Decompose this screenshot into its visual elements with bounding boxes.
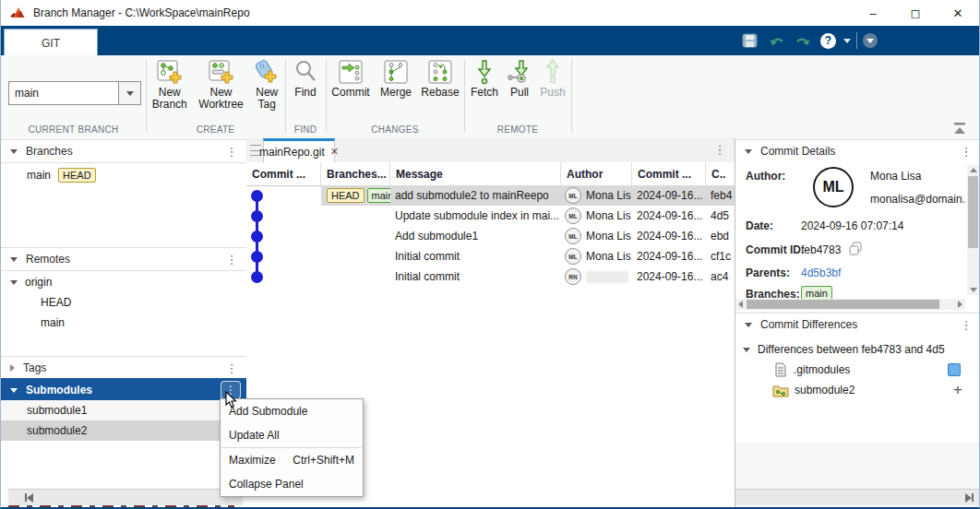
push-button[interactable]: Push <box>537 59 568 99</box>
parent-commit-link[interactable]: 4d5b3bf <box>801 266 841 279</box>
commit-row[interactable]: Update submodule index in mai... ML Mona… <box>246 206 735 226</box>
new-worktree-button[interactable]: New Worktree <box>194 59 249 111</box>
tab-mainrepo-git[interactable]: mainRepo.git ✕ <box>263 138 335 162</box>
scroll-to-start-icon[interactable] <box>25 493 33 503</box>
new-branch-icon <box>156 59 184 85</box>
current-branch-combo[interactable]: main <box>8 81 141 105</box>
collapse-triangle-icon[interactable] <box>10 149 18 154</box>
menu-item-collapse-panel[interactable]: Collapse Panel <box>221 472 363 496</box>
commit-button[interactable]: Commit <box>329 59 373 99</box>
toolstrip-options-icon[interactable] <box>863 33 878 48</box>
help-dropdown-caret-icon[interactable] <box>843 39 851 43</box>
commit-details-menu-icon[interactable]: ⋮ <box>959 145 974 159</box>
right-panel-hscrollbar[interactable] <box>735 489 980 505</box>
branches-menu-icon[interactable]: ⋮ <box>224 145 239 159</box>
section-label: REMOTE <box>464 124 571 135</box>
fetch-button[interactable]: Fetch <box>467 59 502 99</box>
remotes-menu-icon[interactable]: ⋮ <box>224 253 239 266</box>
col-commit-id[interactable]: C.. <box>706 162 735 185</box>
commit-table-header: Commit ... Branches... Message Author Co… <box>246 162 735 186</box>
badge-main: main <box>367 188 390 203</box>
undo-icon[interactable] <box>769 34 785 48</box>
branches-section-header[interactable]: Branches ⋮ <box>1 139 246 163</box>
titlebar: Branch Manager - C:\WorkSpace\mainRepo –… <box>1 0 979 26</box>
differences-group-row[interactable]: Differences between feb4783 and 4d5 <box>735 339 980 360</box>
scroll-right-icon[interactable] <box>958 301 962 308</box>
col-commit-graph[interactable]: Commit ... <box>246 162 321 185</box>
collapse-ribbon-icon[interactable] <box>951 122 968 135</box>
col-branches[interactable]: Branches... <box>321 162 390 185</box>
menu-item-update-all[interactable]: Update All <box>221 423 363 447</box>
expand-triangle-icon[interactable] <box>10 364 15 372</box>
collapse-triangle-icon[interactable] <box>10 257 18 262</box>
history-panel-menu-icon[interactable]: ⋮ <box>712 143 727 162</box>
branch-item-main[interactable]: main HEAD <box>1 165 246 185</box>
commit-differences-header[interactable]: Commit Differences ⋮ <box>735 313 980 337</box>
search-icon <box>293 59 317 85</box>
help-icon[interactable]: ? <box>820 33 836 49</box>
combo-dropdown-button[interactable] <box>118 82 140 104</box>
commit-details-header[interactable]: Commit Details ⋮ <box>735 139 980 163</box>
submodules-title: Submodules <box>26 384 92 397</box>
commit-row[interactable]: Initial commit RN 2024-09-16... ac4 <box>246 266 735 287</box>
submodule-item-1[interactable]: submodule1 <box>1 400 246 420</box>
copy-icon[interactable] <box>848 242 863 256</box>
new-tag-button[interactable]: New Tag <box>250 59 283 111</box>
minimize-button[interactable]: – <box>852 0 894 26</box>
collapse-triangle-icon[interactable] <box>743 348 750 352</box>
remotes-section-header[interactable]: Remotes ⋮ <box>1 247 246 271</box>
avatar: ML <box>565 248 581 265</box>
file-row-submodule2[interactable]: submodule2 + <box>735 380 980 400</box>
rebase-button[interactable]: Rebase <box>419 59 461 99</box>
commit-row[interactable]: Add submodule1 ML Mona Lis 2024-09-16...… <box>246 226 735 246</box>
scroll-down-icon[interactable] <box>970 288 977 292</box>
file-row-gitmodules[interactable]: .gitmodules <box>735 360 980 380</box>
tags-menu-icon[interactable]: ⋮ <box>224 361 239 375</box>
tab-git[interactable]: GIT <box>4 29 98 56</box>
collapse-triangle-icon[interactable] <box>10 388 18 393</box>
new-branch-button[interactable]: New Branch <box>148 59 192 111</box>
submodules-context-menu: Add Submodule Update All Maximize Ctrl+S… <box>220 398 364 497</box>
commit-date: 2024-09-16... <box>632 206 706 226</box>
close-button[interactable]: ✕ <box>937 0 979 26</box>
commit-differences-menu-icon[interactable]: ⋮ <box>959 318 974 332</box>
merge-button[interactable]: Merge <box>376 59 416 99</box>
repository-browser-panel: Branches ⋮ main HEAD Remotes ⋮ origin HE… <box>1 138 247 509</box>
redo-icon[interactable] <box>795 34 811 48</box>
commit-date: 2024-09-16... <box>632 266 706 287</box>
collapse-triangle-icon[interactable] <box>745 323 752 327</box>
scrollbar-thumb[interactable] <box>968 176 978 248</box>
scroll-to-end-icon[interactable] <box>965 493 974 503</box>
submodules-section-header[interactable]: Submodules ⋮ <box>1 378 246 402</box>
menu-item-add-submodule[interactable]: Add Submodule <box>221 399 363 423</box>
details-hscrollbar[interactable] <box>735 299 965 310</box>
commit-row[interactable]: HEADmain add submodule2 to mainReepo ML … <box>246 185 735 206</box>
menu-item-maximize[interactable]: Maximize Ctrl+Shift+M <box>221 448 363 472</box>
collapse-triangle-icon[interactable] <box>10 280 18 285</box>
modified-status-icon <box>948 363 961 376</box>
scroll-left-icon[interactable] <box>738 301 743 308</box>
tags-section-header[interactable]: Tags ⋮ <box>1 356 246 380</box>
remote-item-origin[interactable]: origin <box>1 272 246 292</box>
remote-item-main[interactable]: main <box>1 313 246 333</box>
col-message[interactable]: Message <box>390 162 561 185</box>
left-panel-hscrollbar[interactable] <box>8 489 243 505</box>
pull-button[interactable]: Pull <box>505 59 534 99</box>
scrollbar-thumb[interactable] <box>747 300 939 309</box>
tags-title: Tags <box>23 361 46 374</box>
find-button[interactable]: Find <box>289 59 322 99</box>
maximize-button[interactable]: ◻ <box>894 0 937 26</box>
submodule-item-2[interactable]: submodule2 <box>1 420 246 441</box>
save-icon[interactable] <box>742 33 758 48</box>
commit-row[interactable]: Initial commit ML Mona Lis 2024-09-16...… <box>246 246 735 266</box>
collapse-triangle-icon[interactable] <box>745 149 752 154</box>
remote-item-head[interactable]: HEAD <box>1 292 246 313</box>
commit-graph-node <box>246 266 321 287</box>
scroll-up-icon[interactable] <box>970 168 977 172</box>
details-vscrollbar[interactable] <box>967 165 979 295</box>
toolbar-separator <box>856 32 857 49</box>
tab-close-icon[interactable]: ✕ <box>330 146 339 158</box>
col-commit-date[interactable]: Commit ... <box>632 162 706 185</box>
col-author[interactable]: Author <box>561 162 632 185</box>
author-cell: ML Mona Lis <box>561 246 632 266</box>
